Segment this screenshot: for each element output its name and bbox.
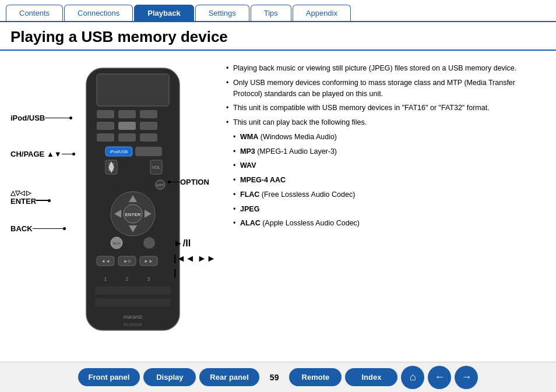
bullet-mtp-desc: Only USB memory devices conforming to ma… bbox=[226, 76, 546, 101]
svg-text:BCK: BCK bbox=[113, 242, 120, 245]
svg-text:iPod/USB: iPod/USB bbox=[110, 150, 128, 154]
page-number: 59 bbox=[263, 373, 286, 382]
svg-rect-3 bbox=[118, 110, 136, 118]
enter-label: ENTER bbox=[10, 197, 36, 206]
svg-rect-6 bbox=[118, 122, 136, 130]
svg-text:VOL: VOL bbox=[152, 165, 160, 169]
svg-text:marantz: marantz bbox=[124, 314, 143, 320]
svg-point-32 bbox=[143, 237, 155, 249]
skip-icons: |◄◄ ►► | bbox=[174, 251, 220, 281]
bullet-usb-desc: Playing back music or viewing still pict… bbox=[226, 61, 546, 76]
tab-appendix[interactable]: Appendix bbox=[293, 5, 351, 21]
playback-icons: ►/II |◄◄ ►► | bbox=[174, 236, 220, 281]
forward-nav-button[interactable]: → bbox=[455, 366, 478, 389]
bullet-mp3: MP3 (MPEG-1 Audio Layer-3) bbox=[226, 144, 546, 159]
index-button[interactable]: Index bbox=[345, 368, 397, 386]
svg-text:2: 2 bbox=[125, 276, 128, 282]
svg-text:◄◄: ◄◄ bbox=[101, 259, 110, 264]
rear-panel-button[interactable]: Rear panel bbox=[199, 368, 259, 386]
svg-text:3: 3 bbox=[147, 276, 150, 282]
tab-connections[interactable]: Connections bbox=[64, 5, 133, 21]
svg-rect-4 bbox=[140, 110, 157, 118]
nav-arrows-label: △▽◁ ▷ bbox=[10, 189, 36, 197]
svg-text:1: 1 bbox=[104, 276, 107, 282]
feature-list: Playing back music or viewing still pict… bbox=[226, 61, 546, 231]
bullet-files-desc: This unit can play back the following fi… bbox=[226, 115, 546, 130]
svg-rect-5 bbox=[97, 122, 114, 130]
page-title: Playing a USB memory device bbox=[0, 22, 556, 51]
svg-rect-7 bbox=[140, 122, 157, 130]
svg-text:RC003SR: RC003SR bbox=[124, 323, 142, 327]
tab-playback[interactable]: Playback bbox=[134, 5, 193, 21]
back-arrow-icon: ← bbox=[434, 371, 445, 383]
tab-navigation: Contents Connections Playback Settings T… bbox=[0, 0, 556, 22]
front-panel-button[interactable]: Front panel bbox=[78, 368, 140, 386]
svg-text:►►: ►► bbox=[144, 259, 153, 264]
ch-page-label: CH/PAGE ▲▼ bbox=[10, 150, 62, 158]
svg-rect-13 bbox=[135, 147, 162, 156]
bullet-flac: FLAC (Free Lossless Audio Codec) bbox=[226, 188, 546, 202]
bullet-alac: ALAC (Apple Lossless Audio Codec) bbox=[226, 216, 546, 231]
footer: Front panel Display Rear panel 59 Remote… bbox=[0, 362, 556, 392]
tab-contents[interactable]: Contents bbox=[6, 5, 63, 21]
bullet-wav: WAV bbox=[226, 158, 546, 173]
svg-rect-43 bbox=[95, 298, 171, 306]
svg-rect-9 bbox=[118, 133, 136, 142]
display-button[interactable]: Display bbox=[143, 368, 196, 386]
tab-tips[interactable]: Tips bbox=[251, 5, 291, 21]
bullet-jpeg: JPEG bbox=[226, 202, 546, 217]
back-label: BACK bbox=[10, 224, 33, 233]
main-content: iPod/USB CH/PAGE ▲▼ △▽◁ ▷ ENTER bbox=[0, 56, 556, 336]
bullet-fat-desc: This unit is compatible with USB memory … bbox=[226, 101, 546, 115]
remote-image: iPod/USB CH PG VOL OPT ENTER bbox=[75, 62, 191, 336]
svg-rect-10 bbox=[140, 133, 157, 142]
svg-rect-1 bbox=[97, 74, 169, 106]
tab-settings[interactable]: Settings bbox=[195, 5, 249, 21]
bullet-wma: WMA (Windows Media Audio) bbox=[226, 130, 546, 144]
svg-text:ENTER: ENTER bbox=[125, 212, 140, 217]
svg-text:OPT: OPT bbox=[157, 183, 164, 187]
bullet-mpeg4: MPEG-4 AAC bbox=[226, 173, 546, 188]
ipod-usb-label: iPod/USB bbox=[10, 114, 45, 122]
forward-arrow-icon: → bbox=[461, 371, 471, 383]
remote-button[interactable]: Remote bbox=[289, 368, 342, 386]
svg-text:►II: ►II bbox=[124, 259, 131, 264]
remote-diagram: iPod/USB CH/PAGE ▲▼ △▽◁ ▷ ENTER bbox=[10, 56, 220, 336]
back-nav-button[interactable]: ← bbox=[428, 366, 451, 389]
home-icon: ⌂ bbox=[410, 371, 416, 383]
home-button[interactable]: ⌂ bbox=[401, 366, 424, 389]
description-panel: Playing back music or viewing still pict… bbox=[226, 56, 546, 336]
play-pause-icon: ►/II bbox=[174, 236, 220, 251]
svg-rect-2 bbox=[97, 110, 114, 118]
svg-rect-8 bbox=[97, 133, 114, 142]
option-label: OPTION bbox=[180, 178, 209, 186]
svg-rect-42 bbox=[95, 287, 171, 295]
